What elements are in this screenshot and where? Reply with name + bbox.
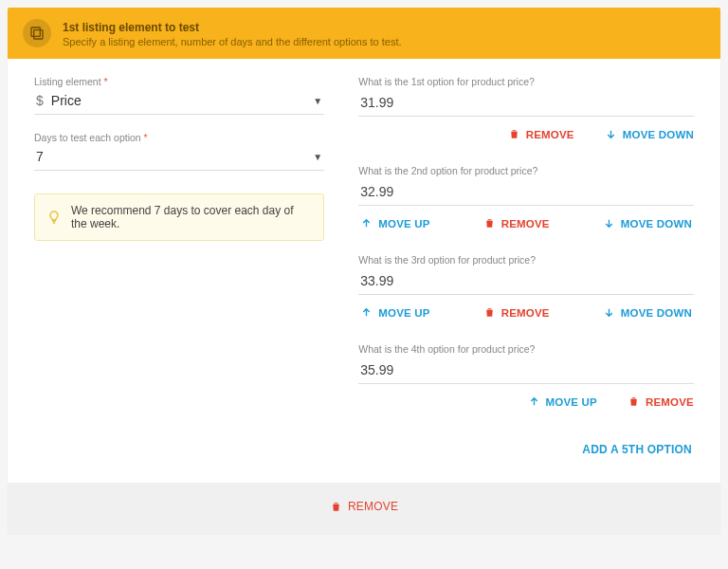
option-input[interactable] — [358, 269, 694, 295]
tip-text: We recommend 7 days to cover each day of… — [71, 204, 312, 230]
remove-label: REMOVE — [646, 396, 694, 408]
remove-label: REMOVE — [526, 129, 574, 140]
remove-option-button[interactable]: REMOVE — [483, 306, 550, 319]
option-block: What is the 1st option for product price… — [358, 76, 694, 140]
add-option-button[interactable]: ADD A 5TH OPTION — [582, 443, 692, 456]
move-up-button[interactable]: MOVE UP — [360, 306, 429, 319]
arrow-down-icon — [603, 306, 615, 319]
footer-bar: REMOVE — [8, 483, 720, 533]
recommendation-tip: We recommend 7 days to cover each day of… — [34, 193, 324, 241]
move-down-button[interactable]: MOVE DOWN — [603, 217, 692, 229]
days-value: 7 — [36, 149, 305, 164]
lightbulb-icon — [46, 210, 62, 225]
remove-option-button[interactable]: REMOVE — [628, 395, 694, 408]
header-banner: 1st listing element to test Specify a li… — [8, 8, 720, 59]
test-config-card: 1st listing element to test Specify a li… — [8, 8, 720, 533]
option-actions: MOVE UPREMOVEMOVE DOWN — [358, 306, 694, 319]
move-up-button[interactable]: MOVE UP — [360, 217, 429, 229]
arrow-up-icon — [360, 306, 373, 319]
header-text: 1st listing element to test Specify a li… — [63, 19, 402, 47]
listing-element-value: Price — [51, 93, 306, 108]
trash-icon — [628, 395, 640, 408]
days-label: Days to test each option * — [34, 132, 324, 143]
trash-icon — [483, 306, 496, 319]
option-input[interactable] — [358, 91, 694, 117]
move-down-label: MOVE DOWN — [621, 218, 692, 229]
option-actions: REMOVEMOVE DOWN — [358, 128, 694, 140]
add-option-row: ADD A 5TH OPTION — [358, 432, 694, 460]
header-title: 1st listing element to test — [63, 21, 402, 34]
move-up-label: MOVE UP — [378, 218, 429, 229]
chevron-down-icon: ▼ — [313, 96, 322, 106]
left-column: Listing element * $ Price ▼ Days to test… — [34, 76, 324, 460]
remove-test-button[interactable]: REMOVE — [330, 500, 398, 513]
move-up-label: MOVE UP — [378, 307, 429, 319]
option-label: What is the 2nd option for product price… — [358, 165, 694, 176]
days-select[interactable]: 7 ▼ — [34, 143, 324, 171]
move-down-label: MOVE DOWN — [623, 129, 694, 140]
move-up-label: MOVE UP — [546, 396, 597, 408]
header-subtitle: Specify a listing element, number of day… — [63, 36, 402, 47]
trash-icon — [483, 217, 496, 229]
remove-label: REMOVE — [501, 218, 550, 229]
arrow-up-icon — [528, 395, 540, 408]
option-input[interactable] — [358, 180, 694, 206]
listing-element-label: Listing element * — [34, 76, 324, 87]
option-label: What is the 1st option for product price… — [358, 76, 694, 87]
option-label: What is the 3rd option for product price… — [358, 254, 694, 266]
chevron-down-icon: ▼ — [313, 152, 322, 162]
move-down-button[interactable]: MOVE DOWN — [605, 128, 694, 140]
move-down-button[interactable]: MOVE DOWN — [603, 306, 692, 319]
listing-element-select[interactable]: $ Price ▼ — [34, 87, 324, 115]
dollar-icon: $ — [36, 93, 44, 108]
arrow-down-icon — [603, 217, 615, 229]
remove-label: REMOVE — [501, 307, 550, 319]
remove-test-label: REMOVE — [348, 500, 398, 513]
svg-rect-1 — [34, 30, 43, 39]
option-label: What is the 4th option for product price… — [358, 343, 694, 355]
trash-icon — [508, 128, 520, 140]
option-actions: MOVE UPREMOVE — [358, 395, 694, 408]
option-actions: MOVE UPREMOVEMOVE DOWN — [358, 217, 694, 229]
remove-option-button[interactable]: REMOVE — [483, 217, 550, 229]
arrow-up-icon — [360, 217, 373, 229]
option-block: What is the 3rd option for product price… — [358, 254, 694, 319]
option-block: What is the 2nd option for product price… — [358, 165, 694, 229]
option-block: What is the 4th option for product price… — [358, 343, 694, 408]
trash-icon — [330, 501, 342, 513]
remove-option-button[interactable]: REMOVE — [508, 128, 574, 140]
move-down-label: MOVE DOWN — [621, 307, 692, 319]
svg-rect-0 — [31, 28, 40, 36]
arrow-down-icon — [605, 128, 617, 140]
listing-element-icon — [23, 19, 51, 47]
form-body: Listing element * $ Price ▼ Days to test… — [8, 59, 720, 483]
option-input[interactable] — [358, 358, 694, 384]
move-up-button[interactable]: MOVE UP — [528, 395, 597, 408]
right-column: What is the 1st option for product price… — [358, 76, 694, 460]
